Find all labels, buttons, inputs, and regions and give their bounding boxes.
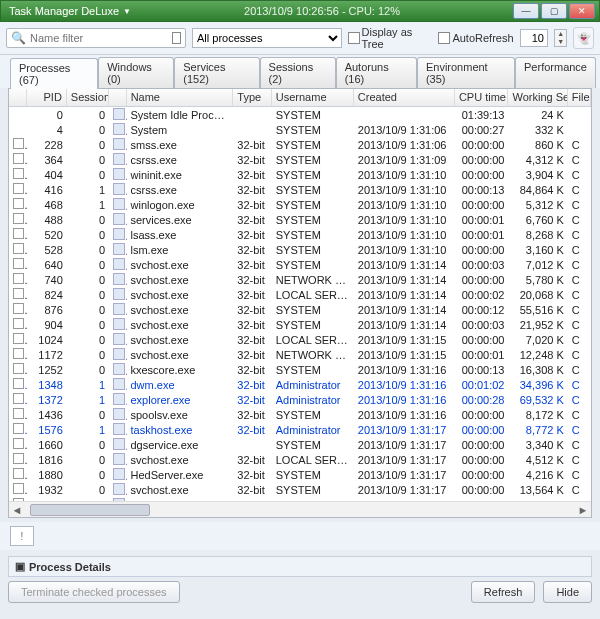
table-row[interactable]: 14360spoolsv.exe32-bitSYSTEM2013/10/9 1:… (9, 407, 591, 422)
row-checkbox[interactable] (13, 423, 24, 434)
process-icon (113, 288, 125, 300)
column-header[interactable]: Session (67, 89, 109, 106)
row-checkbox[interactable] (13, 168, 24, 179)
table-row[interactable]: 12520kxescore.exe32-bitSYSTEM2013/10/9 1… (9, 362, 591, 377)
table-body: 00System Idle ProcessSYSTEM01:39:1324 K4… (9, 107, 591, 501)
column-header[interactable]: Type (233, 89, 271, 106)
table-row[interactable]: 18160svchost.exe32-bitLOCAL SERVICE2013/… (9, 452, 591, 467)
table-row[interactable]: 2280smss.exe32-bitSYSTEM2013/10/9 1:31:0… (9, 137, 591, 152)
process-scope-select[interactable]: All processes (192, 28, 342, 48)
row-checkbox[interactable] (13, 258, 24, 269)
row-checkbox[interactable] (13, 348, 24, 359)
row-checkbox[interactable] (13, 468, 24, 479)
status-indicator[interactable]: ! (10, 526, 34, 546)
table-row[interactable]: 13721explorer.exe32-bitAdministrator2013… (9, 392, 591, 407)
tab-4[interactable]: Autoruns (16) (336, 57, 417, 88)
column-header[interactable] (9, 89, 27, 106)
tab-3[interactable]: Sessions (2) (260, 57, 336, 88)
table-row[interactable]: 13481dwm.exe32-bitAdministrator2013/10/9… (9, 377, 591, 392)
row-checkbox[interactable] (13, 378, 24, 389)
table-row[interactable]: 7400svchost.exe32-bitNETWORK SER...2013/… (9, 272, 591, 287)
title-dropdown-icon[interactable]: ▼ (123, 7, 131, 16)
table-row[interactable]: 4040wininit.exe32-bitSYSTEM2013/10/9 1:3… (9, 167, 591, 182)
table-row[interactable]: 6400svchost.exe32-bitSYSTEM2013/10/9 1:3… (9, 257, 591, 272)
table-row[interactable]: 4681winlogon.exe32-bitSYSTEM2013/10/9 1:… (9, 197, 591, 212)
table-row[interactable]: 00System Idle ProcessSYSTEM01:39:1324 K (9, 107, 591, 122)
maximize-button[interactable]: ▢ (541, 3, 567, 19)
row-checkbox[interactable] (13, 483, 24, 494)
column-header[interactable]: Name (127, 89, 234, 106)
row-checkbox[interactable] (13, 273, 24, 284)
table-row[interactable]: 16600dgservice.exeSYSTEM2013/10/9 1:31:1… (9, 437, 591, 452)
tab-2[interactable]: Services (152) (174, 57, 259, 88)
ghost-icon[interactable]: 👻 (573, 27, 594, 49)
column-header[interactable]: PID (27, 89, 67, 106)
hide-button[interactable]: Hide (543, 581, 592, 603)
filter-toggle[interactable] (172, 32, 181, 44)
row-checkbox[interactable] (13, 153, 24, 164)
row-checkbox[interactable] (13, 438, 24, 449)
process-icon (113, 393, 125, 405)
row-checkbox[interactable] (13, 138, 24, 149)
row-checkbox[interactable] (13, 198, 24, 209)
tab-0[interactable]: Processes (67) (10, 58, 98, 89)
process-details-header[interactable]: ▣ Process Details (8, 556, 592, 577)
interval-stepper[interactable]: ▲▼ (554, 29, 567, 47)
column-header[interactable]: Working Set (508, 89, 567, 106)
row-checkbox[interactable] (13, 228, 24, 239)
table-row[interactable]: 8760svchost.exe32-bitSYSTEM2013/10/9 1:3… (9, 302, 591, 317)
table-row[interactable]: 11720svchost.exe32-bitNETWORK SER...2013… (9, 347, 591, 362)
filter-bar: 🔍 All processes Display as Tree AutoRefr… (0, 22, 600, 55)
table-row[interactable]: 4161csrss.exe32-bitSYSTEM2013/10/9 1:31:… (9, 182, 591, 197)
row-checkbox[interactable] (13, 213, 24, 224)
column-header[interactable]: CPU time (455, 89, 509, 106)
refresh-interval[interactable]: 10 (520, 29, 548, 47)
process-icon (113, 378, 125, 390)
row-checkbox[interactable] (13, 243, 24, 254)
window-controls: — ▢ ✕ (513, 3, 595, 19)
process-icon (113, 168, 125, 180)
row-checkbox[interactable] (13, 183, 24, 194)
status-row: ! (0, 522, 600, 550)
checkbox-icon (438, 32, 450, 44)
row-checkbox[interactable] (13, 288, 24, 299)
column-header[interactable] (109, 89, 127, 106)
table-row[interactable]: 8240svchost.exe32-bitLOCAL SERVICE2013/1… (9, 287, 591, 302)
column-header[interactable]: Filena (568, 89, 591, 106)
name-filter[interactable]: 🔍 (6, 28, 186, 48)
row-checkbox[interactable] (13, 333, 24, 344)
horizontal-scrollbar[interactable]: ◄ ► (9, 501, 591, 517)
row-checkbox[interactable] (13, 318, 24, 329)
table-row[interactable]: 19320svchost.exe32-bitSYSTEM2013/10/9 1:… (9, 482, 591, 497)
refresh-button[interactable]: Refresh (471, 581, 536, 603)
table-row[interactable]: 5200lsass.exe32-bitSYSTEM2013/10/9 1:31:… (9, 227, 591, 242)
row-checkbox[interactable] (13, 363, 24, 374)
minimize-button[interactable]: — (513, 3, 539, 19)
display-as-tree-option[interactable]: Display as Tree (348, 26, 432, 50)
close-button[interactable]: ✕ (569, 3, 595, 19)
tab-1[interactable]: Windows (0) (98, 57, 174, 88)
table-row[interactable]: 40SystemSYSTEM2013/10/9 1:31:0600:00:273… (9, 122, 591, 137)
table-row[interactable]: 18800HedServer.exe32-bitSYSTEM2013/10/9 … (9, 467, 591, 482)
row-checkbox[interactable] (13, 453, 24, 464)
terminate-button[interactable]: Terminate checked processes (8, 581, 180, 603)
name-filter-input[interactable] (30, 32, 168, 44)
table-row[interactable]: 10240svchost.exe32-bitLOCAL SERVICE2013/… (9, 332, 591, 347)
table-row[interactable]: 3640csrss.exe32-bitSYSTEM2013/10/9 1:31:… (9, 152, 591, 167)
table-row[interactable]: 5280lsm.exe32-bitSYSTEM2013/10/9 1:31:10… (9, 242, 591, 257)
tab-6[interactable]: Performance (515, 57, 596, 88)
row-checkbox[interactable] (13, 408, 24, 419)
column-header[interactable]: Username (272, 89, 354, 106)
process-icon (113, 258, 125, 270)
table-row[interactable]: 9040svchost.exe32-bitSYSTEM2013/10/9 1:3… (9, 317, 591, 332)
autorefresh-option[interactable]: AutoRefresh (438, 32, 513, 44)
checkbox-icon (348, 32, 359, 44)
row-checkbox[interactable] (13, 393, 24, 404)
table-row[interactable]: 15761taskhost.exe32-bitAdministrator2013… (9, 422, 591, 437)
row-checkbox[interactable] (13, 303, 24, 314)
tab-5[interactable]: Environment (35) (417, 57, 515, 88)
column-header[interactable]: Created (354, 89, 455, 106)
table-row[interactable]: 4880services.exe32-bitSYSTEM2013/10/9 1:… (9, 212, 591, 227)
bottom-bar: Terminate checked processes Refresh Hide (8, 581, 592, 603)
process-icon (113, 123, 125, 135)
